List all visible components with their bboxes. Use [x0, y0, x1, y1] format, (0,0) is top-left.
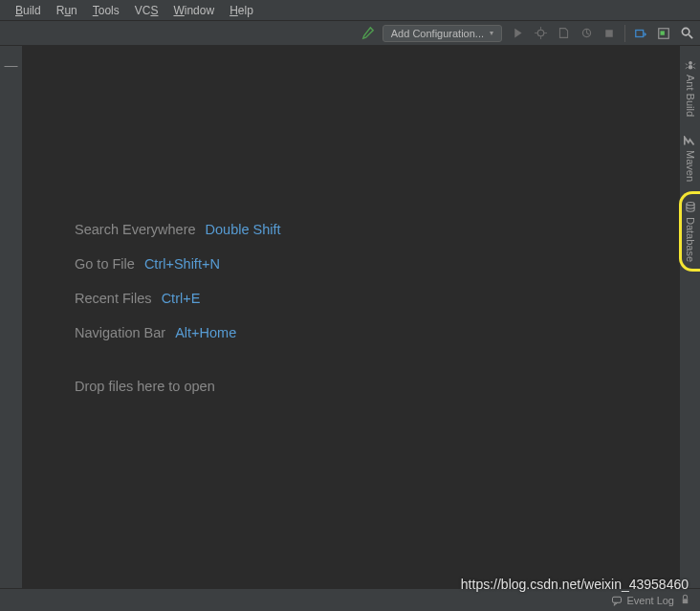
tip-navigation-bar: Navigation Bar Alt+Home: [75, 325, 679, 340]
event-log-button[interactable]: Event Log: [611, 595, 674, 606]
ant-icon: [685, 59, 696, 71]
profile-icon[interactable]: [579, 26, 594, 41]
stop-icon[interactable]: [602, 26, 617, 41]
coverage-icon[interactable]: [556, 26, 571, 41]
event-log-label: Event Log: [626, 595, 674, 606]
structure-icon[interactable]: [656, 26, 671, 41]
svg-rect-9: [661, 31, 665, 34]
svg-rect-19: [613, 597, 622, 602]
search-icon[interactable]: [679, 26, 694, 41]
svg-point-12: [689, 61, 692, 65]
database-icon: [685, 201, 696, 213]
dropdown-arrow-icon: ▾: [490, 29, 493, 37]
toolbar: Add Configuration... ▾: [0, 21, 700, 46]
svg-line-17: [693, 67, 695, 69]
side-tab-ant-label: Ant Build: [685, 75, 696, 117]
welcome-tips: Search Everywhere Double Shift Go to Fil…: [75, 222, 679, 394]
svg-line-14: [685, 64, 687, 66]
side-tab-database[interactable]: Database: [685, 201, 696, 262]
right-tool-window-strip: Ant Build Maven Database: [679, 46, 700, 588]
lock-icon[interactable]: [680, 594, 690, 607]
svg-rect-7: [636, 30, 644, 36]
menu-tools[interactable]: Tools: [85, 2, 127, 19]
main-area: — Search Everywhere Double Shift Go to F…: [0, 46, 700, 588]
run-icon[interactable]: [510, 26, 525, 41]
drop-files-hint: Drop files here to open: [75, 379, 679, 394]
svg-point-10: [682, 28, 689, 35]
left-tool-window-strip: —: [0, 46, 23, 588]
tip-goto-file: Go to File Ctrl+Shift+N: [75, 256, 679, 272]
svg-rect-20: [683, 599, 689, 603]
add-configuration-label: Add Configuration...: [391, 28, 484, 39]
maven-icon: [684, 136, 696, 146]
menu-window[interactable]: Window: [165, 2, 222, 19]
svg-line-16: [685, 67, 687, 69]
side-tab-ant[interactable]: Ant Build: [685, 59, 696, 117]
tip-label: Search Everywhere: [75, 222, 196, 237]
svg-point-0: [537, 30, 544, 36]
editor-empty-state: Search Everywhere Double Shift Go to Fil…: [23, 46, 679, 588]
collapse-icon[interactable]: —: [5, 57, 18, 588]
svg-point-13: [688, 65, 692, 70]
side-tab-database-label: Database: [685, 217, 696, 262]
add-configuration-button[interactable]: Add Configuration... ▾: [383, 25, 502, 42]
tip-label: Navigation Bar: [75, 325, 165, 340]
event-log-icon: [611, 595, 623, 606]
update-project-icon[interactable]: [633, 26, 648, 41]
status-bar: https://blog.csdn.net/weixin_43958460 Ev…: [0, 588, 700, 611]
main-menu-bar: Build Run Tools VCS Window Help: [0, 0, 700, 21]
tip-label: Go to File: [75, 256, 135, 272]
side-tab-maven-label: Maven: [685, 150, 696, 182]
menu-vcs[interactable]: VCS: [127, 2, 166, 19]
build-icon[interactable]: [361, 26, 375, 40]
tip-key: Ctrl+Shift+N: [144, 256, 220, 272]
svg-line-15: [693, 64, 695, 66]
tip-key: Double Shift: [206, 222, 281, 237]
svg-rect-6: [605, 30, 613, 37]
svg-point-18: [686, 203, 693, 206]
menu-build[interactable]: Build: [8, 2, 49, 19]
menu-help[interactable]: Help: [222, 2, 261, 19]
svg-line-11: [689, 34, 692, 38]
menu-run[interactable]: Run: [49, 2, 85, 19]
toolbar-separator: [624, 25, 625, 42]
side-tab-maven[interactable]: Maven: [684, 136, 696, 182]
menu-build-rest: uild: [23, 4, 41, 17]
tip-key: Ctrl+E: [162, 291, 201, 306]
tip-recent-files: Recent Files Ctrl+E: [75, 291, 679, 306]
tip-key: Alt+Home: [175, 325, 236, 340]
debug-icon[interactable]: [533, 26, 548, 41]
tip-search-everywhere: Search Everywhere Double Shift: [75, 222, 679, 237]
tip-label: Recent Files: [75, 291, 152, 306]
